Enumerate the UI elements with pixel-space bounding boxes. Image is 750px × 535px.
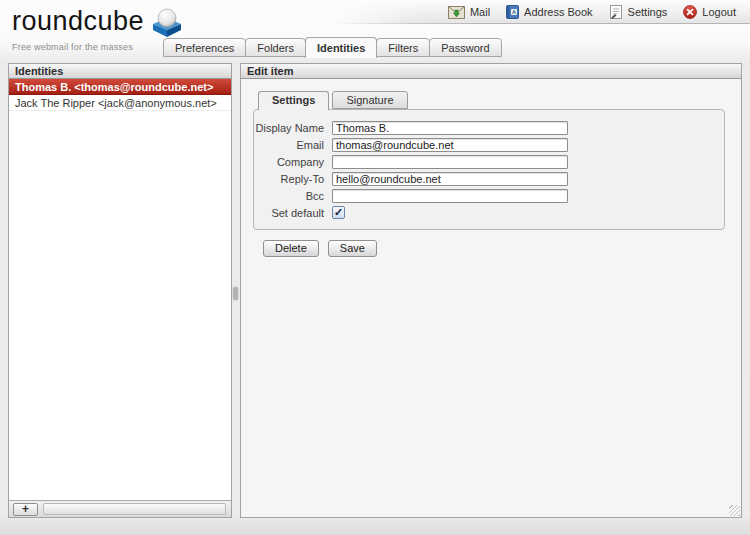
display-name-label: Display Name <box>254 122 332 134</box>
address-book-icon: A <box>506 5 519 19</box>
edit-item-panel: Edit item Settings Signature Display Nam… <box>240 63 742 518</box>
settings-tabs: Preferences Folders Identities Filters P… <box>163 37 502 57</box>
checkmark-icon: ✓ <box>334 207 343 218</box>
taskbar-logout[interactable]: Logout <box>683 5 736 19</box>
reply-to-input[interactable] <box>332 172 568 186</box>
edit-item-title: Edit item <box>241 64 741 79</box>
taskbar-address-book-label: Address Book <box>524 6 592 18</box>
tab-identities[interactable]: Identities <box>305 37 377 58</box>
logo-wordmark: roundcube <box>12 7 144 35</box>
bcc-label: Bcc <box>254 190 332 202</box>
form-row-reply-to: Reply-To <box>254 170 724 187</box>
taskbar-mail[interactable]: Mail <box>448 6 490 19</box>
tab-identity-signature[interactable]: Signature <box>332 91 407 109</box>
identity-row-thomas[interactable]: Thomas B. <thomas@roundcube.net> <box>9 79 231 95</box>
reply-to-label: Reply-To <box>254 173 332 185</box>
form-row-bcc: Bcc <box>254 187 724 204</box>
taskbar-logout-label: Logout <box>702 6 736 18</box>
top-taskbar: Mail A Address Book Settings <box>330 0 750 24</box>
resize-grip-icon[interactable] <box>729 505 740 516</box>
company-label: Company <box>254 156 332 168</box>
mail-icon <box>448 6 465 19</box>
settings-icon <box>609 5 623 19</box>
form-row-company: Company <box>254 153 724 170</box>
identities-footer-bar <box>43 503 226 515</box>
company-input[interactable] <box>332 155 568 169</box>
logo-tagline: Free webmail for the masses <box>12 42 184 52</box>
set-default-checkbox[interactable]: ✓ <box>332 206 345 219</box>
tab-identity-settings[interactable]: Settings <box>258 91 329 110</box>
email-label: Email <box>254 139 332 151</box>
identity-row-jack[interactable]: Jack The Ripper <jack@anonymous.net> <box>9 95 231 111</box>
form-row-set-default: Set default ✓ <box>254 204 724 221</box>
identities-panel: Identities Thomas B. <thomas@roundcube.n… <box>8 63 232 518</box>
delete-button[interactable]: Delete <box>263 240 319 257</box>
form-row-email: Email <box>254 136 724 153</box>
tab-folders[interactable]: Folders <box>245 38 306 57</box>
add-identity-button[interactable]: + <box>13 503 38 516</box>
svg-text:A: A <box>512 9 516 15</box>
tab-password[interactable]: Password <box>429 38 501 57</box>
save-button[interactable]: Save <box>328 240 377 257</box>
tab-preferences[interactable]: Preferences <box>163 38 246 57</box>
form-buttons: Delete Save <box>263 240 727 257</box>
taskbar-address-book[interactable]: A Address Book <box>506 5 592 19</box>
edit-area: Settings Signature Display Name Email Co… <box>241 79 741 257</box>
email-input[interactable] <box>332 138 568 152</box>
identity-form: Display Name Email Company Reply-To Bcc … <box>253 109 725 230</box>
display-name-input[interactable] <box>332 121 568 135</box>
app-logo: roundcube Free webmail for the masses <box>12 7 184 52</box>
panel-splitter-handle[interactable] <box>233 287 238 300</box>
taskbar-settings[interactable]: Settings <box>609 5 668 19</box>
logout-icon <box>683 5 697 19</box>
form-row-display-name: Display Name <box>254 119 724 136</box>
identities-panel-title: Identities <box>9 64 231 79</box>
tab-filters[interactable]: Filters <box>376 38 430 57</box>
taskbar-mail-label: Mail <box>470 6 490 18</box>
bcc-input[interactable] <box>332 189 568 203</box>
identities-footer: + <box>9 500 231 517</box>
taskbar-settings-label: Settings <box>628 6 668 18</box>
set-default-label: Set default <box>254 207 332 219</box>
edit-tabs: Settings Signature <box>258 91 727 109</box>
